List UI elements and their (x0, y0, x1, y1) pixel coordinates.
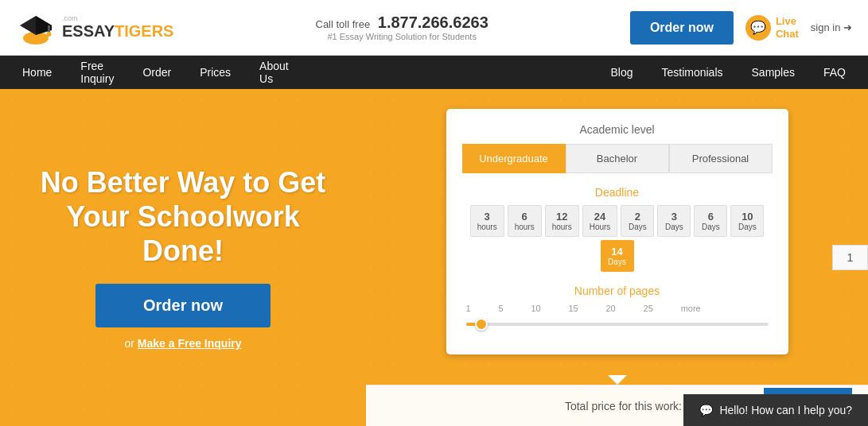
pages-counter: 1 (832, 245, 868, 270)
hero-section: No Better Way to Get Your Schoolwork Don… (0, 89, 366, 426)
deadline-3hours[interactable]: 3hours (470, 205, 504, 237)
deadline-6hours[interactable]: 6hours (508, 205, 542, 237)
academic-undergraduate-button[interactable]: Undergraduate (462, 144, 566, 173)
free-inquiry-text: or Make a Free Inquiry (124, 337, 241, 350)
nav-blog[interactable]: Blog (596, 56, 647, 89)
deadline-section: Deadline 3hours 6hours 12hours 24Hours 2… (462, 186, 773, 272)
nav-free-inquiry[interactable]: Free Inquiry (66, 56, 128, 89)
header: .com ESSAYTIGERS Call toll free 1.877.26… (0, 0, 868, 56)
deadline-10days[interactable]: 10Days (730, 205, 764, 237)
svg-point-4 (47, 32, 52, 37)
logo-text: .com ESSAYTIGERS (62, 14, 173, 41)
academic-professional-button[interactable]: Professional (669, 144, 773, 173)
deadline-12hours[interactable]: 12hours (545, 205, 579, 237)
nav-prices[interactable]: Prices (185, 56, 245, 89)
order-now-header-button[interactable]: Order now (630, 11, 734, 45)
call-text: Call toll free 1.877.266.6263 (173, 14, 629, 32)
live-chat-bottom: Chat (776, 28, 799, 41)
pages-slider-area: 1 5 10 15 20 25 more (462, 304, 773, 332)
nav-faq[interactable]: FAQ (809, 56, 860, 89)
academic-level-buttons: Undergraduate Bachelor Professional (462, 144, 773, 173)
chat-bubble-icon: 💬 (745, 15, 771, 41)
header-right: Order now 💬 Live Chat sign in ➜ (630, 11, 852, 45)
order-now-main-button[interactable]: Order now (95, 284, 271, 327)
deadline-2days[interactable]: 2Days (621, 205, 654, 237)
nav-testimonials[interactable]: Testimonials (647, 56, 737, 89)
tagline: #1 Essay Writing Solution for Students (173, 32, 629, 41)
sign-in-link[interactable]: sign in ➜ (811, 21, 852, 33)
deadline-6days[interactable]: 6Days (694, 205, 727, 237)
deadline-3days[interactable]: 3Days (657, 205, 691, 237)
pages-labels: 1 5 10 15 20 25 more (466, 304, 769, 313)
nav-left: Home Free Inquiry Order Prices About Us (8, 56, 303, 89)
hero-title: No Better Way to Get Your Schoolwork Don… (32, 165, 334, 269)
navigation: Home Free Inquiry Order Prices About Us … (0, 56, 868, 89)
total-price-label: Total price for this work: (532, 400, 691, 412)
nav-right: Blog Testimonials Samples FAQ (596, 56, 860, 89)
pages-title: Number of pages (462, 285, 773, 297)
live-chat-top: Live (776, 15, 799, 28)
nav-home[interactable]: Home (8, 56, 66, 89)
live-chat-button[interactable]: 💬 Live Chat (745, 15, 799, 41)
deadline-title: Deadline (462, 186, 773, 199)
order-form-panel: Academic level Undergraduate Bachelor Pr… (446, 109, 788, 354)
nav-order[interactable]: Order (128, 56, 185, 89)
deadline-24hours[interactable]: 24Hours (582, 205, 618, 237)
deadline-14days[interactable]: 14Days (601, 240, 634, 272)
header-center: Call toll free 1.877.266.6263 #1 Essay W… (173, 14, 629, 41)
deadline-buttons: 3hours 6hours 12hours 24Hours 2Days 3Day… (462, 205, 773, 272)
academic-level-title: Academic level (462, 123, 773, 136)
form-panel-arrow (608, 375, 627, 385)
chat-widget-message: Hello! How can I help you? (719, 404, 852, 416)
nav-about[interactable]: About Us (245, 56, 303, 89)
free-inquiry-link[interactable]: Make a Free Inquiry (138, 337, 242, 350)
chat-widget[interactable]: 💬 Hello! How can I help you? (683, 394, 868, 426)
logo-icon (16, 8, 56, 48)
nav-samples[interactable]: Samples (738, 56, 809, 89)
phone-number: 1.877.266.6263 (378, 14, 488, 31)
pages-section: Number of pages 1 5 10 15 20 25 more (462, 285, 773, 332)
chat-widget-icon: 💬 (699, 404, 713, 416)
main-content: No Better Way to Get Your Schoolwork Don… (0, 89, 868, 426)
academic-bachelor-button[interactable]: Bachelor (566, 144, 669, 173)
live-chat-label: Live Chat (776, 15, 799, 40)
logo-area: .com ESSAYTIGERS (16, 8, 173, 48)
